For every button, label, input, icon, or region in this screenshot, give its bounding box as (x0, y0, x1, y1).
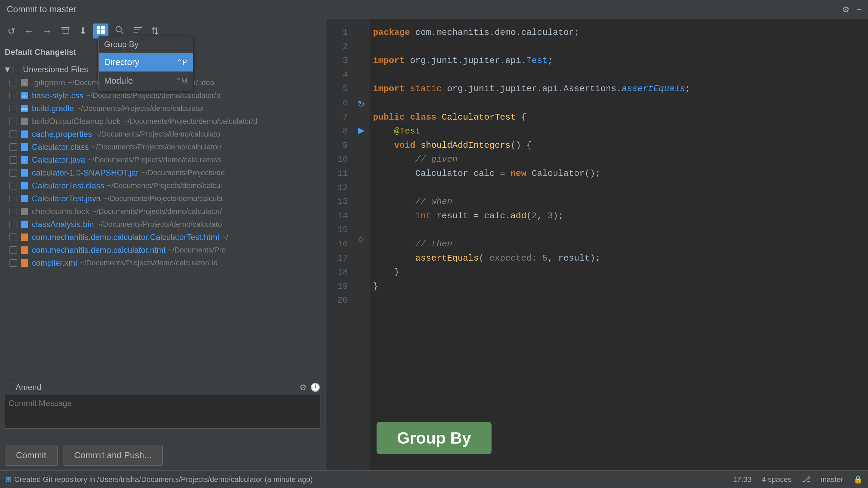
svg-rect-25 (21, 195, 28, 202)
file-checkbox[interactable] (9, 169, 17, 177)
file-item-properties[interactable]: cache.properties ~/Documents/Projects/de… (0, 128, 325, 141)
file-checkbox[interactable] (9, 182, 17, 189)
settings-icon[interactable]: ⚙ (842, 5, 850, 14)
section-label: Unversioned Files (23, 65, 88, 74)
file-item-java1[interactable]: J Calculator.java ~/Documents/Projects/d… (0, 154, 325, 166)
git-icon: ⊞ (5, 475, 12, 484)
left-toolbar: ↺ ← → ⬇ (0, 19, 325, 43)
svg-rect-10 (134, 32, 138, 33)
directory-shortcut: ⌃P (176, 58, 188, 67)
file-checkbox[interactable] (9, 208, 17, 215)
title-bar: Commit to master ⚙ − (0, 0, 868, 19)
update-button[interactable]: ⬇ (76, 24, 90, 38)
file-checkbox[interactable] (9, 92, 17, 99)
file-item-lock1[interactable]: buildOutputCleanup.lock ~/Documents/Proj… (0, 115, 325, 128)
file-item-jar[interactable]: calculator-1.0-SNAPSHOT.jar ~/Documents/… (0, 166, 325, 179)
file-item-java2[interactable]: CalculatorTest.java ~/Documents/Projects… (0, 192, 325, 205)
file-path: ~/Documents/Projects/demo/calculato (95, 130, 220, 139)
refresh-button[interactable]: ↺ (5, 24, 18, 38)
svg-rect-28 (21, 233, 28, 241)
file-path: ~/Documents/Projects/demo/calculator/ (92, 207, 222, 216)
forward-button[interactable]: → (40, 24, 55, 38)
file-path: ~/Documents/Projects/demo/calculator/.id (80, 259, 218, 267)
group-by-directory[interactable]: Directory ⌃P (99, 53, 193, 72)
group-by-dropdown-header: Group By (99, 36, 193, 53)
file-checkbox[interactable] (9, 130, 17, 138)
file-checkbox[interactable] (9, 259, 17, 267)
title-bar-actions: ⚙ − (842, 5, 861, 14)
commit-message-input[interactable] (5, 395, 320, 429)
file-item-class1[interactable]: C Calculator.class ~/Documents/Projects/… (0, 141, 325, 154)
file-name: CalculatorTest.class (32, 181, 104, 190)
code-content: package com.mechanitis.demo.calculator; … (370, 19, 868, 470)
commit-and-push-button[interactable]: Commit and Push... (63, 445, 163, 466)
file-checkbox[interactable] (9, 221, 17, 228)
amend-icons: ⚙ 🕐 (299, 383, 320, 392)
file-checkbox[interactable] (9, 233, 17, 241)
file-type-icon (20, 117, 29, 126)
svg-rect-9 (134, 29, 140, 30)
svg-rect-3 (101, 26, 105, 29)
file-name: com.mechanitis.demo.calculator.Calculato… (32, 232, 219, 242)
line-numbers: 1 2 3 4 5 6 7 8 9 10 11 12 13 14 15 16 1 (326, 19, 353, 470)
file-checkbox[interactable] (9, 195, 17, 202)
file-item-html1[interactable]: com.mechanitis.demo.calculator.Calculato… (0, 231, 325, 244)
file-list: ▼ Unversioned Files ? .gitignore ~/Docum… (0, 61, 325, 379)
cursor-position[interactable]: 17:33 (733, 475, 752, 484)
amend-settings-icon[interactable]: ⚙ (299, 383, 307, 392)
file-name: com.mechanitis.demo.calculator.html (32, 245, 165, 255)
commit-button[interactable]: Commit (5, 445, 58, 466)
amend-clock-icon[interactable]: 🕐 (310, 383, 320, 392)
svg-rect-17 (21, 118, 28, 125)
file-checkbox[interactable] (9, 118, 17, 125)
spaces-info[interactable]: 4 spaces (762, 475, 792, 484)
svg-line-7 (121, 31, 123, 34)
branch-name[interactable]: master (821, 475, 843, 484)
file-type-icon: J (20, 155, 29, 165)
svg-point-6 (116, 26, 121, 32)
file-path: ~/Documents/Pro (168, 246, 226, 255)
file-type-icon (20, 232, 29, 242)
section-expand-icon[interactable]: ▼ (3, 65, 12, 74)
svg-text:J: J (24, 159, 25, 162)
svg-text:C: C (23, 146, 25, 149)
file-path: ~/Documents/Projects/demo/calculator/s (88, 156, 221, 164)
file-checkbox[interactable] (9, 105, 17, 112)
svg-rect-26 (21, 208, 28, 215)
status-bar-right: 17:33 4 spaces ⎇ master 🔒 (733, 475, 863, 484)
gutter-line-9[interactable]: ▶ (358, 123, 364, 138)
file-item-bin[interactable]: classAnalysis.bin ~/Documents/Projects/d… (0, 218, 325, 231)
svg-text:css: css (22, 95, 26, 98)
file-item-class2[interactable]: CalculatorTest.class ~/Documents/Project… (0, 179, 325, 192)
amend-checkbox[interactable] (5, 384, 12, 391)
file-item-xml[interactable]: compiler.xml ~/Documents/Projects/demo/c… (0, 257, 325, 269)
file-checkbox[interactable] (9, 79, 17, 86)
group-by-module-label: Module (104, 76, 133, 86)
file-type-icon (20, 129, 29, 139)
section-checkbox[interactable] (14, 66, 21, 73)
file-checkbox[interactable] (9, 246, 17, 254)
file-type-icon: ? (20, 78, 29, 87)
file-item-html2[interactable]: com.mechanitis.demo.calculator.html ~/Do… (0, 244, 325, 257)
editor-area: 1 2 3 4 5 6 7 8 9 10 11 12 13 14 15 16 1 (326, 19, 868, 470)
file-checkbox[interactable] (9, 156, 17, 164)
group-by-module[interactable]: Module ⌃M (99, 72, 193, 90)
gutter-line-7[interactable]: ↻ (357, 97, 365, 111)
file-name: CalculatorTest.java (32, 194, 101, 203)
file-name: Calculator.class (32, 142, 89, 152)
file-checkbox[interactable] (9, 143, 17, 151)
file-type-icon: gradle (20, 104, 29, 113)
file-type-icon (20, 258, 29, 268)
minimize-icon[interactable]: − (856, 5, 861, 14)
group-by-dropdown: Group By Directory ⌃P Module ⌃M (98, 36, 193, 90)
file-type-icon: C (20, 142, 29, 152)
svg-text:gradle: gradle (21, 108, 28, 110)
shelve-button[interactable] (58, 24, 73, 38)
file-item-lock2[interactable]: checksums.lock ~/Documents/Projects/demo… (0, 205, 325, 218)
content-area: ↺ ← → ⬇ (0, 19, 868, 470)
svg-rect-0 (61, 27, 70, 28)
file-item-css[interactable]: css base-style.css ~/Documents/Projects/… (0, 89, 325, 102)
back-button[interactable]: ← (21, 24, 36, 38)
file-path: ~/Documents/Projects/demo/calcul (107, 181, 222, 190)
file-item-gradle[interactable]: gradle build.gradle ~/Documents/Projects… (0, 102, 325, 115)
